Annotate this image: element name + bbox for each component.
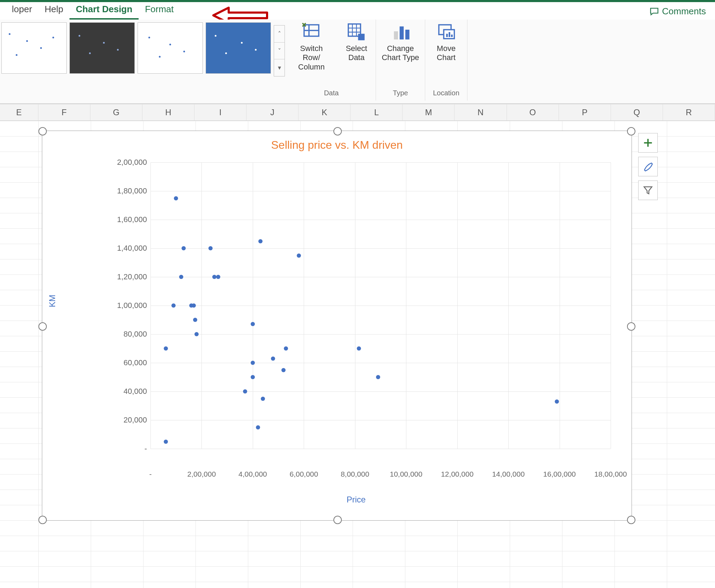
chart-style-thumb-3[interactable] [138,22,203,74]
svg-rect-10 [451,35,453,37]
x-tick-label: 14,00,000 [480,470,536,478]
y-tick-label: 80,000 [102,330,147,339]
svg-rect-3 [394,31,398,39]
column-header[interactable]: I [194,104,246,120]
comment-icon [649,7,659,16]
column-header[interactable]: O [507,104,559,120]
tab-developer[interactable]: loper [6,1,38,20]
x-tick-label: 4,00,000 [225,470,281,478]
column-header[interactable]: H [142,104,194,120]
y-axis-label[interactable]: KM [47,295,57,307]
column-header[interactable]: J [246,104,298,120]
x-tick-label: 12,00,000 [429,470,485,478]
column-header[interactable]: N [455,104,507,120]
chart-filter-button[interactable] [638,181,658,200]
y-tick-label: - [102,444,147,453]
group-label-type: Type [393,89,408,99]
x-axis-label[interactable]: Price [102,495,611,505]
data-point[interactable] [281,368,286,372]
data-point[interactable] [256,425,260,429]
chart-styles-button[interactable] [638,157,658,176]
data-point[interactable] [376,375,380,379]
tab-chart-design[interactable]: Chart Design [69,1,139,20]
x-tick-label: 16,00,000 [532,470,588,478]
data-point[interactable] [164,346,168,351]
data-point[interactable] [174,196,178,200]
data-point[interactable] [216,275,220,279]
chart-styles-gallery[interactable]: ˄ ˅ ▾ [1,20,287,91]
tab-help[interactable]: Help [38,1,69,20]
svg-rect-4 [400,27,404,39]
svg-rect-8 [446,34,448,37]
gallery-up-icon[interactable]: ˄ [274,25,285,43]
change-chart-type-button[interactable]: Change Chart Type [379,22,421,63]
column-header[interactable]: K [298,104,351,120]
data-point[interactable] [251,361,255,365]
comments-button[interactable]: Comments [646,3,709,20]
data-point[interactable] [182,246,186,250]
resize-handle[interactable] [38,127,47,135]
data-point[interactable] [251,322,255,326]
column-header[interactable]: E [0,104,38,120]
ribbon-tabs: loper Help Chart Design Format Comments [0,2,715,20]
gallery-more-icon[interactable]: ▾ [274,59,285,76]
data-point[interactable] [261,397,265,401]
data-point[interactable] [251,375,255,379]
comments-label: Comments [662,6,706,17]
change-chart-type-icon [391,22,410,42]
funnel-icon [643,185,653,196]
column-header[interactable]: P [559,104,611,120]
gallery-scroll[interactable]: ˄ ˅ ▾ [274,25,285,76]
data-point[interactable] [357,346,361,351]
column-header[interactable]: R [663,104,715,120]
move-chart-icon [436,22,456,42]
select-data-button[interactable]: Select Data [341,22,372,63]
resize-handle[interactable] [627,127,635,135]
chart-style-thumb-4[interactable] [206,22,271,74]
data-point[interactable] [171,303,176,308]
ribbon-group-type: Change Chart Type Type [376,20,425,101]
resize-handle[interactable] [38,322,47,331]
svg-rect-2 [358,34,365,41]
plot-area[interactable]: KM Price -20,00040,00060,00080,0001,00,0… [102,162,611,464]
gallery-down-icon[interactable]: ˅ [274,43,285,60]
y-tick-label: 60,000 [102,358,147,367]
column-header[interactable]: M [403,104,455,120]
column-header[interactable]: L [351,104,403,120]
resize-handle[interactable] [333,127,342,135]
data-point[interactable] [271,357,275,361]
svg-rect-9 [449,32,450,37]
chart-style-thumb-1[interactable] [1,22,67,74]
data-point[interactable] [192,303,196,308]
data-point[interactable] [243,389,247,394]
data-point[interactable] [297,253,301,258]
data-point[interactable] [555,399,559,404]
resize-handle[interactable] [627,516,635,524]
chart-style-thumb-2[interactable] [69,22,135,74]
resize-handle[interactable] [627,322,635,331]
tab-format[interactable]: Format [139,1,180,20]
data-point[interactable] [179,275,183,279]
data-point[interactable] [164,440,168,444]
column-header[interactable]: Q [611,104,663,120]
y-tick-label: 2,00,000 [102,158,147,167]
switch-row-column-button[interactable]: Switch Row/ Column [290,22,332,72]
data-point[interactable] [258,239,263,243]
data-point[interactable] [208,246,213,250]
resize-handle[interactable] [333,516,342,524]
worksheet-grid[interactable]: Selling price vs. KM driven KM Price -20… [0,121,715,588]
select-data-icon [347,22,366,42]
data-point[interactable] [284,346,288,351]
ribbon: ˄ ˅ ▾ Switch Row/ Column Select Data Dat… [0,20,715,104]
column-header[interactable]: F [38,104,90,120]
column-header[interactable]: G [90,104,142,120]
chart-elements-button[interactable] [638,133,658,153]
chart-title[interactable]: Selling price vs. KM driven [42,139,632,152]
chart-object[interactable]: Selling price vs. KM driven KM Price -20… [42,131,632,521]
data-point[interactable] [193,318,197,322]
move-chart-button[interactable]: Move Chart [429,22,464,63]
y-tick-label: 20,000 [102,416,147,425]
data-point[interactable] [194,332,199,336]
resize-handle[interactable] [38,516,47,524]
chart-floating-buttons [638,133,658,200]
